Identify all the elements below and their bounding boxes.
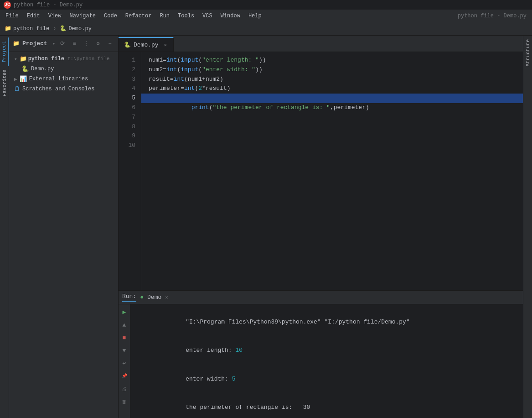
line-numbers: 1 2 3 4 5 6 7 8 9 10	[119, 52, 141, 290]
line-num-10: 10	[119, 141, 135, 151]
run-tabs-bar: Run: ● Demo ✕	[119, 291, 523, 304]
run-pin-btn[interactable]: 📌	[119, 371, 129, 381]
title-bar: JC python file - Demo.py	[0, 0, 532, 10]
tree-path: I:\python file	[67, 56, 109, 62]
term-line-result: the perimeter of rectangle is: 30	[136, 393, 517, 418]
folder-icon: 📁	[5, 25, 11, 32]
line-num-4: 4	[119, 84, 135, 94]
term-line-width: enter width: 5	[136, 365, 517, 393]
file-icon-breadcrumb: 🐍	[60, 25, 67, 32]
scratch-icon: 🗒	[14, 86, 20, 93]
code-line-4: perimeter=int(2*result)	[149, 84, 523, 94]
run-tab-demo[interactable]: Demo	[147, 294, 161, 301]
run-sidebar: ▶ ▲ ■ ▼ ↩ 📌 🖨 🗑	[119, 304, 130, 418]
menu-bar: File Edit View Navigate Code Refactor Ru…	[0, 10, 532, 22]
code-line-5: print("the perimeter of rectangle is: ",…	[141, 94, 523, 103]
run-up-btn[interactable]: ▲	[119, 320, 129, 330]
term-line-path: "I:\Program Files\Python39\python.exe" "…	[136, 308, 517, 336]
collapse-btn[interactable]: ≡	[70, 39, 79, 48]
run-trash-btn[interactable]: 🗑	[119, 397, 129, 407]
structure-label[interactable]: Structure	[524, 36, 532, 70]
window-title: python file - Demo.py	[14, 2, 528, 8]
line-num-9: 9	[119, 131, 135, 141]
menu-file[interactable]: File	[2, 12, 22, 20]
terminal-output: "I:\Program Files\Python39\python.exe" "…	[130, 304, 523, 418]
code-editor[interactable]: 1 2 3 4 5 6 7 8 9 10 num1=int(input("ent…	[119, 52, 523, 290]
code-line-3: result=int(num1+num2)	[149, 75, 523, 84]
tree-item-ext-libs[interactable]: ▶ 📊 External Libraries	[9, 74, 118, 84]
tree-label-ext-libs: External Libraries	[29, 76, 88, 82]
run-down-btn[interactable]: ▼	[119, 345, 129, 355]
project-panel: 📁 Project ▾ ⟳ ≡ ⋮ ⚙ − ▾ 📁 python file I:…	[9, 36, 119, 418]
bottom-panel: Run: ● Demo ✕ ▶ ▲ ■ ▼ ↩ 📌 🖨 🗑	[119, 290, 523, 418]
menu-window[interactable]: Window	[217, 12, 244, 20]
tab-close-btn[interactable]: ✕	[163, 42, 168, 48]
menu-view[interactable]: View	[45, 12, 65, 20]
far-left-panel: Project Favorites	[0, 36, 9, 418]
run-content: ▶ ▲ ■ ▼ ↩ 📌 🖨 🗑 "I:\Program Files\Python…	[119, 304, 523, 418]
run-tab-close[interactable]: ✕	[165, 294, 168, 300]
minimize-btn[interactable]: −	[105, 39, 114, 48]
settings-btn[interactable]: ⚙	[93, 39, 103, 48]
code-line-10	[149, 141, 523, 151]
expand-arrow: ▾	[14, 56, 17, 62]
breadcrumb-root[interactable]: python file	[13, 26, 49, 32]
tree-item-demo-py[interactable]: 🐍 Demo.py	[9, 64, 118, 74]
run-stop-btn[interactable]: ■	[119, 333, 129, 343]
tree-item-python-file[interactable]: ▾ 📁 python file I:\python file	[9, 54, 118, 64]
menu-refactor[interactable]: Refactor	[122, 12, 155, 20]
menu-navigate[interactable]: Navigate	[66, 12, 99, 20]
code-line-9	[149, 131, 523, 141]
menu-code[interactable]: Code	[100, 12, 121, 20]
right-sidebar-panel: Structure	[523, 36, 532, 418]
line-num-1: 1	[119, 56, 135, 65]
favorites-label[interactable]: Favorites	[1, 66, 8, 100]
project-panel-label[interactable]: Project	[0, 37, 9, 66]
run-print-btn[interactable]: 🖨	[119, 384, 129, 394]
app-icon: JC	[4, 1, 11, 9]
editor-area: 🐍 Demo.py ✕ 1 2 3 4 5 6 7 8 9 10	[119, 36, 523, 418]
line-num-7: 7	[119, 113, 135, 122]
breadcrumb-file[interactable]: Demo.py	[68, 26, 91, 32]
tree-label-demo-py: Demo.py	[31, 66, 54, 72]
run-play-btn[interactable]: ▶	[119, 307, 129, 317]
tabs-bar: 🐍 Demo.py ✕	[119, 36, 523, 52]
code-line-7	[149, 113, 523, 122]
expand-arrow-libs: ▶	[14, 76, 17, 82]
line-num-6: 6	[119, 103, 135, 113]
title-right: python file - Demo.py	[454, 12, 530, 20]
breadcrumb: 📁 python file › 🐍 Demo.py	[5, 25, 92, 32]
run-wrap-btn[interactable]: ↩	[119, 358, 129, 368]
line-num-2: 2	[119, 65, 135, 75]
code-line-8	[149, 122, 523, 132]
code-line-1: num1=int(input("enter length: "))	[149, 56, 523, 65]
project-header: 📁 Project ▾ ⟳ ≡ ⋮ ⚙ −	[9, 36, 118, 52]
menu-vcs[interactable]: VCS	[199, 12, 216, 20]
run-green-icon: ●	[140, 294, 144, 301]
code-line-2: num2=int(input("enter width: "))	[149, 65, 523, 75]
line-num-5: 5	[119, 94, 135, 103]
content-area: Project Favorites 📁 Project ▾ ⟳ ≡ ⋮ ⚙ − …	[0, 36, 532, 418]
bar-chart-icon: 📊	[20, 75, 27, 83]
tree-item-scratches[interactable]: 🗒 Scratches and Consoles	[9, 84, 118, 94]
dots-btn[interactable]: ⋮	[82, 39, 91, 48]
line-num-3: 3	[119, 75, 135, 84]
term-line-length: enter length: 10	[136, 336, 517, 365]
tab-label: Demo.py	[134, 42, 159, 48]
menu-help[interactable]: Help	[245, 12, 265, 20]
folder-open-icon: 📁	[20, 55, 27, 63]
python-file-icon: 🐍	[21, 65, 29, 73]
dropdown-arrow[interactable]: ▾	[52, 41, 55, 47]
sync-btn[interactable]: ⟳	[58, 39, 67, 48]
run-label: Run:	[122, 293, 136, 302]
chevron-icon: ›	[53, 26, 56, 32]
nav-bar: 📁 python file › 🐍 Demo.py	[0, 22, 532, 36]
line-num-8: 8	[119, 122, 135, 132]
tab-demo-py[interactable]: 🐍 Demo.py ✕	[119, 37, 174, 52]
code-content[interactable]: num1=int(input("enter length: ")) num2=i…	[141, 52, 523, 290]
menu-tools[interactable]: Tools	[174, 12, 198, 20]
menu-run[interactable]: Run	[156, 12, 173, 20]
tree-label-python-file: python file	[28, 56, 64, 62]
tab-file-icon: 🐍	[124, 42, 131, 48]
menu-edit[interactable]: Edit	[23, 12, 44, 20]
